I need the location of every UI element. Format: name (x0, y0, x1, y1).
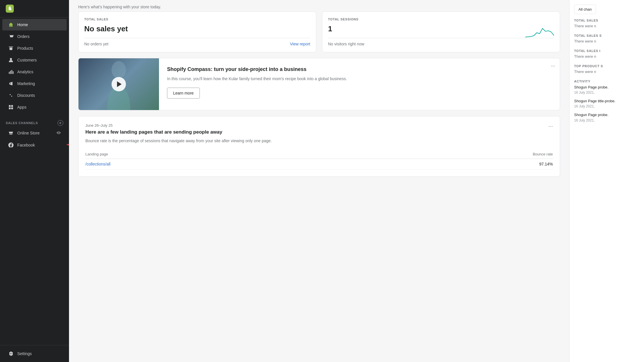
svg-rect-4 (13, 71, 14, 74)
sidebar-item-apps[interactable]: Apps (2, 101, 67, 113)
svg-rect-8 (11, 105, 13, 107)
total-sales-label: TOTAL SALES (84, 18, 310, 21)
sidebar-item-discounts-label: Discounts (17, 93, 35, 98)
activity-time-2: 16 July 2021, (574, 104, 639, 108)
bounce-header: June 26–July 25 Here are a few landing p… (85, 123, 272, 150)
shopify-logo-icon (6, 5, 14, 13)
right-top-products-title: TOP PRODUCT S (574, 64, 639, 68)
activity-item-1: Shogun Page probe. 16 July 2021, (574, 85, 639, 95)
compass-menu-button[interactable]: ··· (551, 63, 555, 69)
arrow-annotation (64, 140, 69, 150)
online-store-label: Online Store (17, 131, 40, 135)
sidebar-item-analytics-label: Analytics (17, 70, 33, 74)
view-report-link[interactable]: View report (290, 42, 310, 46)
right-total-sales-3-value: There were n (574, 54, 639, 59)
add-sales-channel-button[interactable]: + (57, 120, 63, 126)
home-icon (8, 22, 14, 28)
right-sidebar: All chan TOTAL SALES There were n TOTAL … (569, 0, 644, 362)
no-orders-text: No orders yet (84, 42, 108, 46)
svg-rect-2 (10, 71, 11, 74)
activity-text-3: Shogun Page probe. (574, 112, 639, 118)
sidebar-item-analytics[interactable]: Analytics (2, 66, 67, 78)
no-visitors-text: No visitors right now (328, 42, 364, 46)
online-store-eye-icon[interactable] (56, 130, 61, 136)
sidebar-item-products[interactable]: Products (2, 43, 67, 54)
activity-time-3: 16 July 2021, (574, 118, 639, 122)
right-total-sales-3: TOTAL SALES I There were n (574, 49, 639, 59)
sidebar-item-settings[interactable]: Settings (2, 348, 67, 359)
sidebar-logo (0, 0, 69, 18)
sidebar-item-marketing-label: Marketing (17, 81, 35, 86)
col-landing-page: Landing page (85, 150, 344, 159)
activity-item-3: Shogun Page probe. 16 July 2021, (574, 112, 639, 122)
svg-point-0 (10, 58, 12, 60)
all-channels-button[interactable]: All chan (574, 5, 596, 14)
compass-card: ··· Shopify Compass: turn your side-proj… (78, 58, 560, 110)
compass-title: Shopify Compass: turn your side-project … (167, 66, 552, 72)
compass-video-thumbnail (78, 58, 159, 110)
main-content: Here's what's happening with your store … (69, 0, 569, 362)
sidebar-item-discounts[interactable]: Discounts (2, 90, 67, 101)
sidebar-item-customers-label: Customers (17, 58, 37, 62)
activity-item-2: Shogun Page title-probe. 16 July 2021, (574, 99, 639, 108)
sidebar-item-products-label: Products (17, 46, 33, 51)
sidebar-item-home[interactable]: Home (2, 19, 67, 30)
content-area: TOTAL SALES No sales yet No orders yet V… (69, 11, 569, 192)
total-sessions-value: 1 (328, 24, 554, 33)
svg-point-5 (10, 94, 11, 95)
sidebar-item-orders-label: Orders (17, 34, 30, 39)
analytics-icon (8, 69, 14, 75)
sidebar-item-facebook[interactable]: Facebook (2, 139, 67, 151)
right-sidebar-header: All chan (574, 5, 639, 14)
page-link[interactable]: /collections/all (85, 159, 344, 170)
svg-rect-9 (9, 107, 11, 109)
bounce-table: Landing page Bounce rate /collections/al… (85, 150, 553, 170)
right-total-sales-3-title: TOTAL SALES I (574, 49, 639, 53)
bounce-rate-card: June 26–July 25 Here are a few landing p… (78, 116, 560, 177)
sales-channels-header: SALES CHANNELS + (0, 117, 69, 127)
sidebar-item-home-label: Home (17, 22, 28, 27)
total-sessions-label: TOTAL SESSIONS (328, 18, 554, 21)
facebook-label: Facebook (17, 143, 35, 147)
svg-point-6 (11, 96, 12, 97)
right-top-products: TOP PRODUCT S There were n (574, 64, 639, 74)
sidebar-item-apps-label: Apps (17, 105, 26, 109)
right-total-sales-2: TOTAL SALES S There were n (574, 34, 639, 43)
sessions-mini-chart (525, 23, 554, 41)
bounce-date-range: June 26–July 25 (85, 123, 272, 128)
right-activity: ACTIVITY Shogun Page probe. 16 July 2021… (574, 80, 639, 122)
sidebar-item-customers[interactable]: Customers (2, 54, 67, 66)
activity-text-1: Shogun Page probe. (574, 85, 639, 90)
play-button[interactable] (112, 77, 126, 91)
customers-icon (8, 57, 14, 63)
settings-icon (8, 351, 14, 357)
total-sales-footer: No orders yet View report (84, 38, 310, 46)
settings-label: Settings (17, 351, 32, 356)
svg-rect-3 (12, 70, 12, 74)
sales-channels-label: SALES CHANNELS (6, 121, 38, 125)
products-icon (8, 45, 14, 51)
page-subtitle: Here's what's happening with your store … (69, 0, 569, 11)
sidebar-item-online-store[interactable]: Online Store (2, 127, 67, 139)
right-total-sales-2-value: There were n (574, 39, 639, 43)
total-sessions-footer: No visitors right now (328, 38, 554, 46)
col-bounce-rate: Bounce rate (344, 150, 553, 159)
facebook-icon (8, 142, 14, 148)
marketing-icon (8, 81, 14, 86)
right-top-products-value: There were n (574, 70, 639, 74)
svg-point-13 (112, 61, 126, 78)
right-total-sales-2-title: TOTAL SALES S (574, 34, 639, 37)
sidebar-bottom: Settings (0, 345, 69, 362)
total-sessions-card: TOTAL SESSIONS 1 No visitors right now (322, 11, 560, 52)
svg-rect-10 (11, 107, 13, 109)
bounce-title: Here are a few landing pages that are se… (85, 129, 272, 135)
main-wrapper: Here's what's happening with your store … (69, 0, 644, 362)
total-sales-value: No sales yet (84, 24, 310, 33)
right-activity-title: ACTIVITY (574, 80, 639, 83)
compass-content: ··· Shopify Compass: turn your side-proj… (159, 58, 560, 110)
sidebar-item-orders[interactable]: Orders (2, 31, 67, 42)
compass-description: In this course, you'll learn how the Kul… (167, 76, 552, 82)
bounce-menu-button[interactable]: ··· (549, 123, 553, 129)
learn-more-button[interactable]: Learn more (167, 88, 200, 99)
sidebar-item-marketing[interactable]: Marketing (2, 78, 67, 89)
